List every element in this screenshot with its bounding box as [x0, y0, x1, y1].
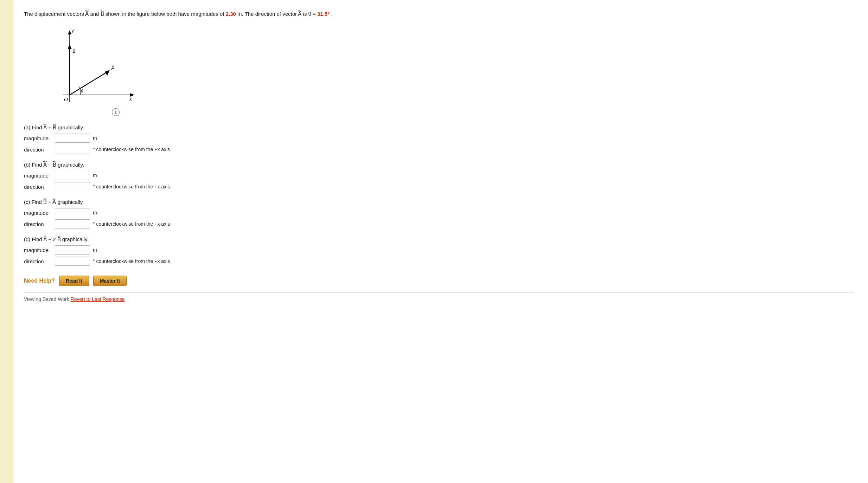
part-a-direction-row: direction ° counterclockwise from the +x…	[24, 145, 854, 154]
direction-unit-c: ° counterclockwise from the +x axis	[93, 221, 170, 227]
vector-figure: y x O B⃗ A⃗ θ	[34, 25, 168, 116]
problem-statement: The displacement vectors A⃗ and B⃗ shown…	[24, 10, 854, 18]
direction-label-a: direction	[24, 147, 52, 153]
angle-value: 31.5°	[317, 11, 330, 17]
magnitude-input-a[interactable]	[55, 134, 90, 143]
master-it-button[interactable]: Master It	[93, 276, 127, 286]
part-b-magnitude-row: magnitude m	[24, 171, 854, 180]
vector-b-label: B⃗	[101, 11, 104, 17]
direction-input-d[interactable]	[55, 257, 90, 266]
left-sidebar	[0, 0, 13, 483]
svg-marker-2	[68, 30, 71, 34]
direction-input-a[interactable]	[55, 145, 90, 154]
vector-a-label: A⃗	[85, 11, 89, 17]
part-d-section: (d) Find A⃗ − 2 B⃗ graphically. magnitud…	[24, 236, 854, 266]
magnitude-unit-d: m	[93, 247, 97, 253]
need-help-label: Need Help?	[24, 278, 55, 284]
info-icon[interactable]: ℹ	[112, 108, 120, 116]
svg-line-10	[70, 71, 109, 95]
magnitude-input-d[interactable]	[55, 245, 90, 255]
direction-input-c[interactable]	[55, 219, 90, 228]
viewing-text: Viewing Saved Work	[24, 296, 71, 302]
part-b-label: (b) Find A⃗ − B⃗ graphically.	[24, 162, 854, 168]
part-a-label: (a) Find A⃗ + B⃗ graphically.	[24, 124, 854, 131]
magnitude-input-c[interactable]	[55, 208, 90, 217]
part-d-label: (d) Find A⃗ − 2 B⃗ graphically.	[24, 236, 854, 243]
part-b-direction-row: direction ° counterclockwise from the +x…	[24, 182, 854, 191]
svg-text:y: y	[71, 28, 74, 33]
vector-a-label-2: A⃗	[298, 11, 301, 17]
magnitude-label-d: magnitude	[24, 247, 52, 253]
vector-diagram: y x O B⃗ A⃗ θ	[34, 25, 147, 109]
statement-period: .	[331, 11, 332, 17]
direction-unit-b: ° counterclockwise from the +x axis	[93, 184, 170, 189]
direction-unit-a: ° counterclockwise from the +x axis	[93, 147, 170, 152]
svg-marker-8	[68, 44, 72, 49]
statement-text-2: and	[90, 11, 100, 17]
part-c-label: (c) Find B⃗ − A⃗ graphically.	[24, 199, 854, 205]
direction-label-c: direction	[24, 221, 52, 227]
magnitude-unit-c: m	[93, 210, 97, 215]
revert-link[interactable]: Revert to Last Response	[71, 296, 125, 302]
svg-text:A⃗: A⃗	[111, 65, 114, 71]
read-it-button[interactable]: Read It	[59, 276, 89, 286]
part-c-section: (c) Find B⃗ − A⃗ graphically. magnitude …	[24, 199, 854, 228]
svg-text:θ: θ	[81, 89, 83, 94]
main-content: The displacement vectors A⃗ and B⃗ shown…	[13, 0, 868, 483]
direction-unit-d: ° counterclockwise from the +x axis	[93, 258, 170, 264]
statement-text-5: is θ =	[303, 11, 317, 17]
statement-text-1: The displacement vectors	[24, 11, 85, 17]
magnitude-value: 2.30	[226, 11, 236, 17]
magnitude-unit-a: m	[93, 135, 97, 141]
need-help-row: Need Help? Read It Master It	[24, 276, 854, 286]
page-wrapper: The displacement vectors A⃗ and B⃗ shown…	[0, 0, 868, 483]
magnitude-label-b: magnitude	[24, 173, 52, 179]
svg-marker-11	[105, 70, 110, 76]
part-a-section: (a) Find A⃗ + B⃗ graphically. magnitude …	[24, 124, 854, 154]
magnitude-input-b[interactable]	[55, 171, 90, 180]
part-a-magnitude-row: magnitude m	[24, 134, 854, 143]
svg-text:O: O	[64, 97, 68, 102]
direction-label-d: direction	[24, 258, 52, 264]
part-c-magnitude-row: magnitude m	[24, 208, 854, 217]
magnitude-label-a: magnitude	[24, 135, 52, 141]
part-d-magnitude-row: magnitude m	[24, 245, 854, 255]
magnitude-label-c: magnitude	[24, 210, 52, 216]
direction-label-b: direction	[24, 184, 52, 190]
direction-input-b[interactable]	[55, 182, 90, 191]
statement-text-3: shown in the figure below both have magn…	[106, 11, 226, 17]
svg-text:B⃗: B⃗	[72, 49, 76, 54]
statement-text-4: m. The direction of vector	[237, 11, 298, 17]
svg-text:x: x	[129, 96, 132, 102]
part-b-section: (b) Find A⃗ − B⃗ graphically. magnitude …	[24, 162, 854, 191]
bottom-bar: Viewing Saved Work Revert to Last Respon…	[24, 292, 854, 302]
part-d-direction-row: direction ° counterclockwise from the +x…	[24, 257, 854, 266]
magnitude-unit-b: m	[93, 173, 97, 178]
part-c-direction-row: direction ° counterclockwise from the +x…	[24, 219, 854, 228]
